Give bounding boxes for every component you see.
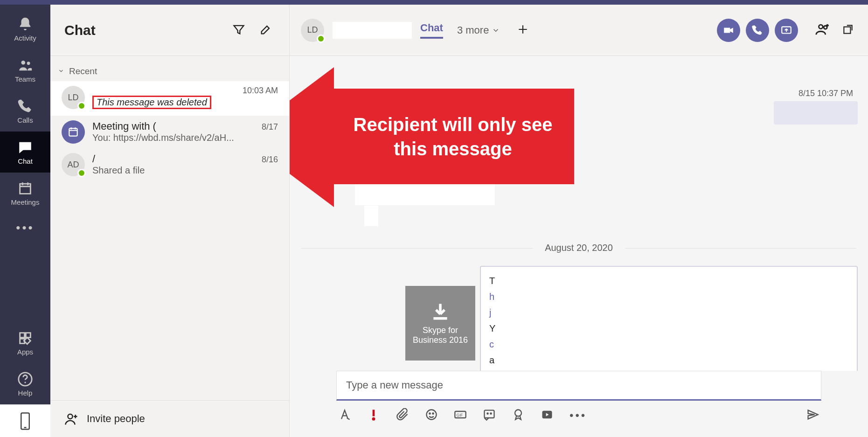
mobile-icon <box>18 412 32 430</box>
presence-available-icon <box>317 35 325 43</box>
chat-timestamp: 8/17 <box>262 122 278 132</box>
attach-button[interactable] <box>396 408 409 423</box>
arrow-head-icon <box>290 67 334 207</box>
annotation-text: Recipient will only see this message <box>332 89 574 184</box>
presence-available-icon <box>77 169 86 177</box>
add-tab-button[interactable] <box>514 21 532 40</box>
svg-point-9 <box>819 25 823 29</box>
svg-point-13 <box>373 418 375 420</box>
rail-chat[interactable]: Chat <box>0 132 50 173</box>
popout-button[interactable] <box>839 19 857 42</box>
rail-teams[interactable]: Teams <box>0 49 50 90</box>
rail-activity[interactable]: Activity <box>0 8 50 49</box>
rail-calls[interactable]: Calls <box>0 90 50 132</box>
badge-icon <box>512 408 525 421</box>
message-card[interactable]: T h j Y c a k <box>480 266 858 371</box>
redaction-block <box>364 206 378 226</box>
chat-list-panel: Chat Recent LD 10:03 <box>50 5 290 437</box>
gif-button[interactable]: GIF <box>454 408 467 423</box>
invite-people-button[interactable]: Invite people <box>50 400 289 437</box>
stream-button[interactable] <box>541 408 554 423</box>
people-add-icon <box>815 21 831 37</box>
chevron-down-icon <box>492 26 500 35</box>
exclamation-icon <box>367 408 380 421</box>
ellipsis-icon: ••• <box>16 221 34 235</box>
contact-name <box>333 22 412 39</box>
svg-point-22 <box>515 410 521 416</box>
chat-list-title: Chat <box>64 22 96 38</box>
rail-label: Teams <box>15 75 35 83</box>
audio-call-button[interactable] <box>746 19 769 42</box>
date-separator: August 20, 2020 <box>290 243 868 253</box>
svg-point-16 <box>432 413 433 414</box>
svg-rect-19 <box>485 410 494 418</box>
rail-more[interactable]: ••• <box>0 214 50 242</box>
message-bubble[interactable] <box>774 101 858 125</box>
download-overlay[interactable]: Skype for Business 2016 <box>405 286 475 361</box>
section-recent[interactable]: Recent <box>50 56 289 81</box>
redaction-block <box>355 173 495 205</box>
chat-list-item[interactable]: Meeting with ( 8/17 You: https://wbd.ms/… <box>50 116 289 148</box>
window-titlebar <box>0 0 868 5</box>
message-input[interactable]: Type a new message <box>336 371 821 401</box>
conversation-header: LD Chat 3 more <box>290 5 868 56</box>
svg-point-7 <box>68 414 73 419</box>
apps-icon <box>17 330 33 346</box>
filter-button[interactable] <box>229 20 248 40</box>
popout-icon <box>842 21 854 37</box>
tabs-more[interactable]: 3 more <box>457 24 500 36</box>
rail-help[interactable]: Help <box>0 363 50 404</box>
chat-list-item[interactable]: LD 10:03 AM This message was deleted <box>50 81 289 116</box>
send-button[interactable] <box>806 408 819 423</box>
rail-label: Chat <box>18 157 33 165</box>
share-screen-icon <box>780 24 792 36</box>
invite-icon <box>64 412 78 426</box>
svg-rect-4 <box>21 413 29 429</box>
sticker-button[interactable] <box>483 408 496 423</box>
svg-point-15 <box>429 413 430 414</box>
add-people-button[interactable] <box>812 19 833 42</box>
new-chat-button[interactable] <box>257 20 275 40</box>
avatar: LD <box>62 86 85 109</box>
svg-point-14 <box>427 410 437 420</box>
send-icon <box>806 408 819 421</box>
rail-label: Apps <box>17 348 33 356</box>
invite-label: Invite people <box>87 413 145 425</box>
plus-icon <box>517 23 529 35</box>
message-placeholder: Type a new message <box>346 379 443 391</box>
ellipsis-icon: ••• <box>569 409 587 422</box>
filter-icon <box>232 23 245 36</box>
download-label: Skype for Business 2016 <box>409 326 472 345</box>
rail-meetings[interactable]: Meetings <box>0 173 50 214</box>
format-icon <box>338 408 351 421</box>
app-rail: Activity Teams Calls Chat Meetings ••• A… <box>0 5 50 437</box>
compose-toolbar: GIF ••• <box>336 401 821 423</box>
video-call-button[interactable] <box>717 19 740 42</box>
sticker-icon <box>483 408 496 421</box>
chat-preview-deleted: This message was deleted <box>92 96 211 109</box>
svg-text:GIF: GIF <box>457 413 463 417</box>
more-button[interactable]: ••• <box>569 409 587 422</box>
rail-apps[interactable]: Apps <box>0 322 50 363</box>
conversation-panel: LD Chat 3 more <box>290 5 868 437</box>
message-list[interactable]: 8/15 10:37 PM August 20, 2020 T h j Y c … <box>290 56 868 371</box>
praise-button[interactable] <box>512 408 525 423</box>
share-screen-button[interactable] <box>775 19 798 42</box>
tab-chat[interactable]: Chat <box>420 22 443 39</box>
chat-list-item[interactable]: AD / 8/16 Shared a file <box>50 148 289 181</box>
video-square-icon <box>541 408 554 421</box>
chat-name: Meeting with ( <box>92 120 156 132</box>
rail-label: Activity <box>14 34 36 42</box>
section-label-text: Recent <box>69 66 97 76</box>
phone-icon <box>17 98 33 114</box>
rail-mobile[interactable] <box>0 404 50 437</box>
teams-icon <box>17 57 33 73</box>
emoji-button[interactable] <box>425 408 438 423</box>
compose-area: Skype for Business 2016 Type a new messa… <box>290 371 868 437</box>
svg-point-3 <box>24 382 26 383</box>
priority-button[interactable] <box>367 408 380 423</box>
format-button[interactable] <box>338 408 351 423</box>
svg-point-21 <box>490 413 491 414</box>
avatar <box>62 120 85 144</box>
presence-available-icon <box>77 102 86 110</box>
